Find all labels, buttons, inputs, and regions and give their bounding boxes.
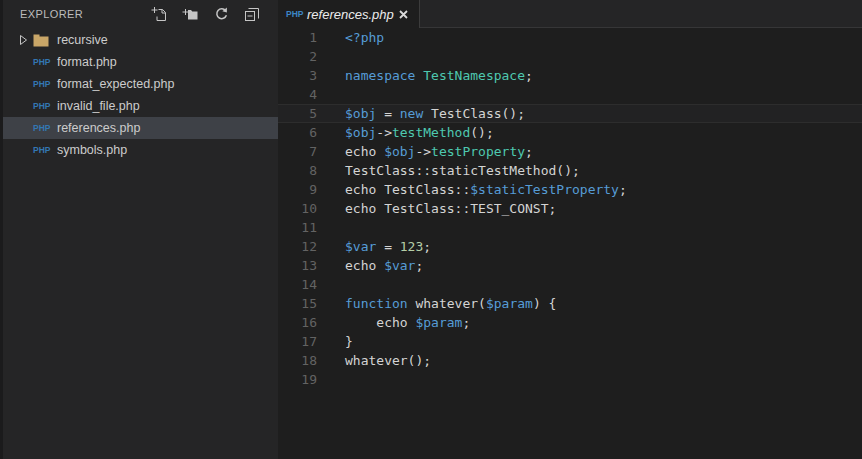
php-file-icon: PHP xyxy=(33,101,50,111)
code-line-4: 4 xyxy=(278,85,862,104)
code-text: echo TestClass::TEST_CONST; xyxy=(345,199,556,218)
explorer-header: EXPLORER xyxy=(3,0,278,28)
tree-item-label: format.php xyxy=(57,55,117,69)
code-line-17: 17} xyxy=(278,332,862,351)
code-text: echo $obj->testProperty; xyxy=(345,142,533,161)
code-line-7: 7echo $obj->testProperty; xyxy=(278,142,862,161)
explorer-title: EXPLORER xyxy=(20,8,151,20)
code-line-18: 18whatever(); xyxy=(278,351,862,370)
new-folder-icon[interactable] xyxy=(182,6,198,22)
close-icon[interactable] xyxy=(399,10,408,19)
code-line-9: 9echo TestClass::$staticTestProperty; xyxy=(278,180,862,199)
code-line-15: 15function whatever($param) { xyxy=(278,294,862,313)
tree-item-label: symbols.php xyxy=(57,143,127,157)
line-number: 3 xyxy=(278,66,317,85)
line-number: 8 xyxy=(278,161,317,180)
code-line-3: 3namespace TestNamespace; xyxy=(278,66,862,85)
line-number: 1 xyxy=(278,28,317,47)
tree-item-label: recursive xyxy=(57,33,108,47)
tree-item-references-php[interactable]: PHPreferences.php xyxy=(3,117,278,139)
collapse-all-icon[interactable] xyxy=(244,6,260,22)
code-text: echo TestClass::$staticTestProperty; xyxy=(345,180,627,199)
code-line-6: 6$obj->testMethod(); xyxy=(278,123,862,142)
chevron-right-icon xyxy=(19,35,28,45)
line-number: 2 xyxy=(278,47,317,66)
code-editor[interactable]: 1<?php23namespace TestNamespace;45$obj =… xyxy=(278,28,862,459)
line-number: 4 xyxy=(278,85,317,104)
tree-item-symbols-php[interactable]: PHPsymbols.php xyxy=(3,139,278,161)
code-line-19: 19 xyxy=(278,370,862,389)
line-number: 10 xyxy=(278,199,317,218)
tree-item-format-expected-php[interactable]: PHPformat_expected.php xyxy=(3,73,278,95)
code-line-2: 2 xyxy=(278,47,862,66)
folder-icon xyxy=(33,34,49,47)
code-line-16: 16 echo $param; xyxy=(278,313,862,332)
code-text: $obj->testMethod(); xyxy=(345,123,494,142)
file-tree: recursivePHPformat.phpPHPformat_expected… xyxy=(3,29,278,161)
code-line-12: 12$var = 123; xyxy=(278,237,862,256)
line-number: 13 xyxy=(278,256,317,275)
editor-group: PHP references.php 1<?php23namespace Tes… xyxy=(278,0,862,459)
code-text: whatever(); xyxy=(345,351,431,370)
code-line-8: 8TestClass::staticTestMethod(); xyxy=(278,161,862,180)
code-text: function whatever($param) { xyxy=(345,294,556,313)
line-number: 19 xyxy=(278,370,317,389)
code-text: } xyxy=(345,332,353,351)
line-number: 17 xyxy=(278,332,317,351)
code-text: <?php xyxy=(345,28,384,47)
line-number: 11 xyxy=(278,218,317,237)
code-line-1: 1<?php xyxy=(278,28,862,47)
code-text: echo $var; xyxy=(345,256,423,275)
tree-item-label: format_expected.php xyxy=(57,77,174,91)
line-number: 6 xyxy=(278,123,317,142)
php-file-icon: PHP xyxy=(286,9,303,19)
tab-label: references.php xyxy=(307,7,394,22)
code-line-11: 11 xyxy=(278,218,862,237)
code-line-5: 5$obj = new TestClass(); xyxy=(278,104,862,123)
php-file-icon: PHP xyxy=(33,57,50,67)
php-file-icon: PHP xyxy=(33,145,50,155)
code-text: echo $param; xyxy=(345,313,470,332)
code-line-10: 10echo TestClass::TEST_CONST; xyxy=(278,199,862,218)
tree-item-invalid-file-php[interactable]: PHPinvalid_file.php xyxy=(3,95,278,117)
code-text: TestClass::staticTestMethod(); xyxy=(345,161,580,180)
line-number: 12 xyxy=(278,237,317,256)
php-file-icon: PHP xyxy=(33,79,50,89)
tab-bar: PHP references.php xyxy=(278,0,862,28)
vscode-window: EXPLORER recursivePHPformat.phpPHPformat… xyxy=(0,0,862,459)
line-number: 14 xyxy=(278,275,317,294)
tree-item-format-php[interactable]: PHPformat.php xyxy=(3,51,278,73)
tree-item-label: invalid_file.php xyxy=(57,99,140,113)
line-number: 18 xyxy=(278,351,317,370)
tab-references-php[interactable]: PHP references.php xyxy=(278,0,420,28)
code-line-13: 13echo $var; xyxy=(278,256,862,275)
code-line-14: 14 xyxy=(278,275,862,294)
line-number: 15 xyxy=(278,294,317,313)
new-file-icon[interactable] xyxy=(151,6,167,22)
code-text: $var = 123; xyxy=(345,237,431,256)
line-number: 7 xyxy=(278,142,317,161)
tree-item-recursive[interactable]: recursive xyxy=(3,29,278,51)
line-number: 9 xyxy=(278,180,317,199)
tree-item-label: references.php xyxy=(57,121,140,135)
explorer-sidebar: EXPLORER recursivePHPformat.phpPHPformat… xyxy=(3,0,278,459)
php-file-icon: PHP xyxy=(33,123,50,133)
line-number: 16 xyxy=(278,313,317,332)
line-number: 5 xyxy=(278,104,317,123)
explorer-actions xyxy=(151,6,260,22)
code-text: namespace TestNamespace; xyxy=(345,66,533,85)
refresh-icon[interactable] xyxy=(213,6,229,22)
code-text: $obj = new TestClass(); xyxy=(345,104,525,123)
